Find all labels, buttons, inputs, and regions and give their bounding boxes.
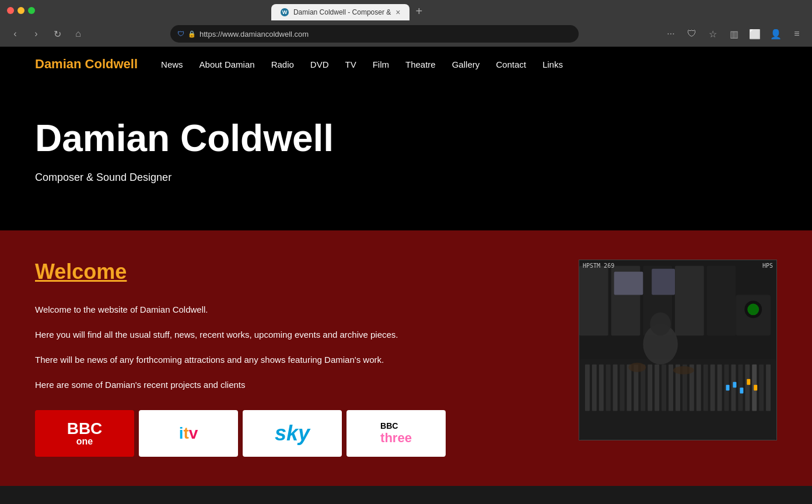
welcome-para-3: There will be news of any forthcoming at… [35, 352, 544, 368]
nav-about-damian[interactable]: About Damian [200, 60, 255, 69]
reload-button[interactable]: ↻ [49, 26, 65, 42]
nav-theatre[interactable]: Theatre [405, 60, 436, 69]
maximize-button[interactable] [28, 7, 35, 14]
bbc-three-bbc: BBC [380, 421, 412, 430]
nav-links[interactable]: Links [542, 60, 563, 69]
svg-rect-22 [648, 365, 652, 411]
nav-gallery[interactable]: Gallery [452, 60, 480, 69]
url-text: https://www.damiancoldwell.com [200, 30, 572, 38]
tab-overview-icon[interactable]: ⬜ [747, 26, 763, 42]
pocket-icon[interactable]: 🛡 [684, 26, 700, 42]
titlebar: Damian Coldwell - Composer & × + [0, 0, 812, 21]
svg-rect-16 [606, 365, 611, 411]
svg-rect-18 [620, 365, 625, 411]
bbc-three-label: three [380, 430, 412, 445]
svg-rect-40 [726, 385, 730, 391]
nav-tv[interactable]: TV [345, 60, 356, 69]
svg-rect-29 [696, 365, 701, 411]
svg-rect-32 [718, 365, 722, 411]
svg-rect-38 [759, 365, 764, 411]
nav-contact[interactable]: Contact [496, 60, 526, 69]
itv-logo: itv [139, 410, 238, 457]
browser-toolbar: ‹ › ↻ ⌂ 🛡 🔒 https://www.damiancoldwell.c… [0, 21, 812, 47]
welcome-content: Welcome Welcome to the website of Damian… [35, 260, 544, 457]
tab-title: Damian Coldwell - Composer & [293, 8, 391, 16]
sky-logo: sky [243, 410, 342, 457]
svg-rect-41 [733, 382, 736, 388]
welcome-heading: Welcome [35, 260, 544, 284]
svg-point-11 [747, 303, 759, 315]
welcome-para-2: Here you will find all the usual stuff, … [35, 327, 544, 342]
tab-close-button[interactable]: × [396, 8, 400, 17]
bbc-three-logo: BBC three [346, 410, 446, 457]
shield-icon: 🛡 [177, 30, 184, 38]
svg-rect-43 [747, 379, 750, 385]
welcome-para-4: Here are some of Damian's recent project… [35, 377, 544, 393]
tab-bar: Damian Coldwell - Composer & × + [230, 2, 428, 20]
svg-rect-14 [592, 365, 597, 411]
nav-film[interactable]: Film [373, 60, 389, 69]
traffic-lights [7, 7, 35, 14]
hamburger-menu-icon[interactable]: ≡ [789, 26, 805, 42]
svg-point-46 [650, 312, 671, 335]
client-logos-row: BBC one itv sky BBC three [35, 410, 544, 457]
itv-t-letter: t [183, 424, 188, 442]
studio-image: HPSTM 269 HPS [579, 260, 777, 440]
svg-rect-15 [599, 365, 604, 411]
overflow-menu-icon[interactable]: ··· [663, 26, 679, 42]
hero-subtitle: Composer & Sound Designer [35, 172, 777, 184]
svg-rect-24 [662, 365, 666, 411]
svg-rect-44 [754, 385, 757, 391]
site-logo[interactable]: Damian Coldwell [35, 57, 138, 72]
active-tab[interactable]: Damian Coldwell - Composer & × [271, 4, 410, 20]
address-bar[interactable]: 🛡 🔒 https://www.damiancoldwell.com [170, 25, 579, 43]
close-button[interactable] [7, 7, 14, 14]
bbc-one-text: BBC one [67, 421, 103, 446]
new-tab-button[interactable]: + [410, 2, 428, 20]
welcome-para-1: Welcome to the website of Damian Coldwel… [35, 302, 544, 317]
home-button[interactable]: ⌂ [70, 26, 86, 42]
svg-point-48 [673, 366, 694, 374]
svg-rect-19 [627, 365, 632, 411]
hero-title: Damian Coldwell [35, 117, 777, 160]
studio-image-inner [579, 260, 776, 440]
itv-text: itv [179, 424, 198, 443]
site-header: Damian Coldwell News About Damian Radio … [0, 47, 812, 82]
welcome-section: Welcome Welcome to the website of Damian… [0, 230, 812, 486]
minimize-button[interactable] [18, 7, 24, 14]
svg-rect-5 [675, 266, 704, 335]
svg-rect-8 [652, 269, 675, 295]
browser-chrome: Damian Coldwell - Composer & × + ‹ › ↻ ⌂… [0, 0, 812, 47]
bbc-one-sub: one [67, 437, 103, 446]
nav-news[interactable]: News [161, 60, 183, 69]
svg-rect-35 [738, 365, 743, 411]
svg-rect-23 [654, 365, 659, 411]
bbc-label: BBC [67, 421, 103, 437]
svg-rect-17 [613, 365, 618, 411]
svg-rect-13 [585, 365, 590, 411]
bbc-three-text: BBC three [380, 421, 412, 446]
svg-rect-25 [668, 365, 673, 411]
back-button[interactable]: ‹ [7, 26, 23, 42]
forward-button[interactable]: › [28, 26, 44, 42]
wordpress-favicon-icon [281, 8, 289, 16]
studio-label-right: HPS [762, 262, 773, 269]
svg-rect-7 [614, 272, 643, 295]
svg-rect-39 [766, 365, 771, 411]
account-icon[interactable]: 👤 [768, 26, 784, 42]
site-nav: News About Damian Radio DVD TV Film Thea… [161, 60, 563, 69]
sky-text: sky [275, 421, 310, 446]
nav-dvd[interactable]: DVD [310, 60, 329, 69]
studio-label-left: HPSTM 269 [583, 262, 614, 269]
website-content: Damian Coldwell News About Damian Radio … [0, 47, 812, 486]
svg-rect-6 [707, 266, 736, 335]
studio-image-area: HPSTM 269 HPS [579, 260, 777, 457]
svg-rect-31 [710, 365, 715, 411]
svg-rect-36 [745, 365, 750, 411]
studio-svg [579, 260, 776, 440]
bookmark-icon[interactable]: ☆ [705, 26, 721, 42]
toolbar-right: ··· 🛡 ☆ ▥ ⬜ 👤 ≡ [663, 26, 805, 42]
bookmarks-sidebar-icon[interactable]: ▥ [726, 26, 742, 42]
nav-radio[interactable]: Radio [271, 60, 294, 69]
bbc-one-logo: BBC one [35, 410, 134, 457]
